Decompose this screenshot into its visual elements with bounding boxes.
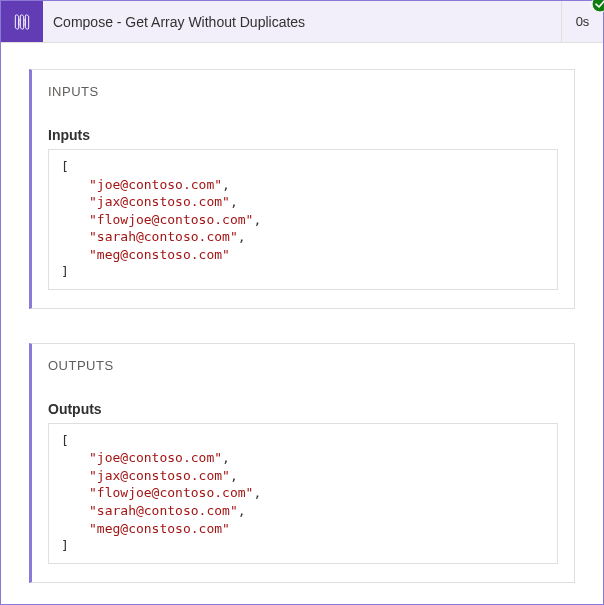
action-card: { } Compose - Get Array Without Duplicat… <box>0 0 604 605</box>
outputs-json-box[interactable]: ["joe@contoso.com","jax@constoso.com","f… <box>48 423 558 564</box>
status-success-icon <box>591 0 604 13</box>
inputs-section-heading: INPUTS <box>48 84 558 99</box>
compose-icon: { } <box>1 1 43 42</box>
svg-text:{ }: { } <box>17 18 27 27</box>
action-header[interactable]: { } Compose - Get Array Without Duplicat… <box>1 1 603 43</box>
outputs-section-heading: OUTPUTS <box>48 358 558 373</box>
inputs-json-box[interactable]: ["joe@contoso.com","jax@constoso.com","f… <box>48 149 558 290</box>
inputs-field-label: Inputs <box>48 127 558 143</box>
action-title: Compose - Get Array Without Duplicates <box>43 1 561 42</box>
outputs-section: OUTPUTS Outputs ["joe@contoso.com","jax@… <box>29 343 575 583</box>
outputs-field-label: Outputs <box>48 401 558 417</box>
inputs-section: INPUTS Inputs ["joe@contoso.com","jax@co… <box>29 69 575 309</box>
action-body: INPUTS Inputs ["joe@contoso.com","jax@co… <box>1 43 603 604</box>
